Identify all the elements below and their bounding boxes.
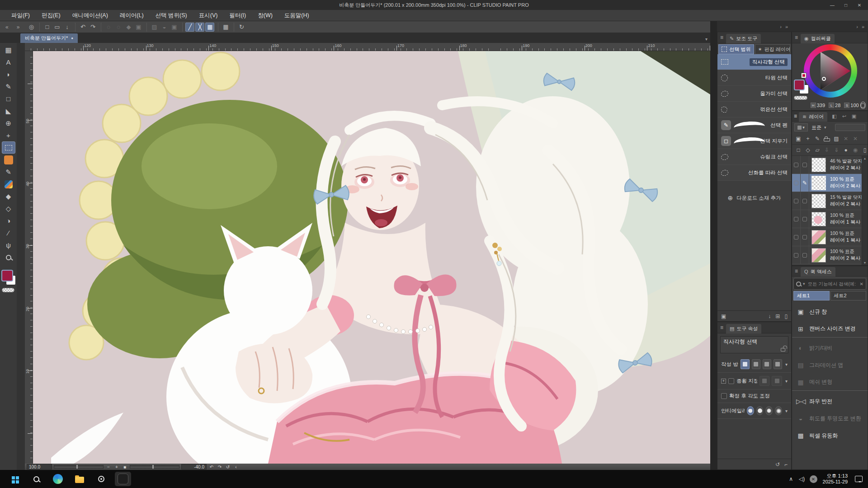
- aspect-pixel-button[interactable]: [772, 376, 782, 386]
- eyedropper-tool[interactable]: ∕: [2, 227, 15, 239]
- aspect-dropdown-icon[interactable]: ▾: [785, 379, 788, 384]
- panel-menu-icon[interactable]: ≡: [794, 113, 797, 119]
- foreground-color-chip[interactable]: [1, 270, 13, 282]
- subtool-selection-pen[interactable]: ✎ 선택 펜: [717, 117, 791, 133]
- sv-triangle[interactable]: [804, 44, 857, 98]
- menu-item[interactable]: 애니메이션(A): [66, 10, 114, 21]
- duplicate-subtool-button[interactable]: ⊞: [775, 313, 780, 319]
- start-button[interactable]: [6, 472, 23, 486]
- figure-tool[interactable]: □: [2, 93, 15, 105]
- method-overlap-selection-button[interactable]: [774, 359, 782, 369]
- subtool-panel-tab[interactable]: ✎ 보조 도구: [726, 34, 761, 43]
- collapse-status-icon[interactable]: ‹: [233, 465, 239, 469]
- quick-access-set-1[interactable]: 세트1: [793, 291, 830, 300]
- zoom-tool[interactable]: [2, 251, 15, 263]
- open-file-button[interactable]: ▭: [52, 23, 61, 32]
- snap-to-grid-toggle[interactable]: ▦: [205, 23, 214, 32]
- subtool-ellipse-select[interactable]: 타원 선택: [717, 70, 791, 86]
- method-new-selection-button[interactable]: [741, 359, 749, 369]
- transfer-to-layer-below-button[interactable]: ⇩: [824, 147, 830, 153]
- color-wheel-tab[interactable]: ◉ 컬러써클: [801, 34, 835, 43]
- reselect-button[interactable]: ◌: [114, 23, 123, 32]
- opacity-field[interactable]: [835, 124, 865, 131]
- correct-line-tool[interactable]: ✎: [2, 80, 15, 93]
- menu-item[interactable]: 선택 범위(S): [150, 10, 193, 21]
- quick-access-tab[interactable]: Q 퀵 액세스: [801, 267, 835, 277]
- expand-panel-icon[interactable]: ›: [780, 24, 782, 29]
- ruler-visibility-button[interactable]: ✕: [852, 136, 859, 142]
- pen-tool[interactable]: ✎: [2, 166, 15, 178]
- qa-new-window[interactable]: ▣ 신규 창: [792, 303, 868, 320]
- subtool-shrink-select[interactable]: 슈링크 선택: [717, 149, 791, 165]
- layers-tab[interactable]: ≋ 레이어: [799, 112, 827, 122]
- subtool-follow-line-select[interactable]: 선화를 따라 선택: [717, 165, 791, 181]
- snap-to-ruler-toggle[interactable]: ╱: [185, 23, 194, 32]
- expand-all-panels-icon[interactable]: »: [785, 24, 788, 29]
- collapse-left-icon[interactable]: «: [2, 24, 12, 30]
- rotate-ccw-icon[interactable]: ↶: [208, 465, 215, 469]
- antialias-medium-button[interactable]: [765, 406, 773, 415]
- menu-item[interactable]: 표시(V): [193, 10, 224, 21]
- deselect-button[interactable]: ◌: [104, 23, 113, 32]
- rotation-value[interactable]: -40.0: [181, 464, 207, 469]
- tab-two-pane[interactable]: ▣: [849, 113, 859, 119]
- tool-property-settings-button[interactable]: ⌐: [784, 461, 788, 468]
- layer-row[interactable]: 46 % 발광 닷지 레이어 2 복사 2: [792, 156, 868, 174]
- draft-layer-button[interactable]: ✎: [814, 136, 821, 142]
- zoom-slider[interactable]: [54, 465, 104, 469]
- qa-brightness-contrast[interactable]: ◐ 밝기/대비: [792, 339, 868, 357]
- delete-layer-button[interactable]: ▯: [862, 147, 868, 153]
- clear-selection-button[interactable]: ▨: [150, 23, 159, 32]
- delete-subtool-button[interactable]: ▯: [784, 313, 788, 319]
- menu-item[interactable]: 파일(F): [5, 10, 36, 21]
- subtool-group-tab-selection[interactable]: 선택 범위: [718, 44, 754, 54]
- search-dropdown-icon[interactable]: ▾: [803, 282, 805, 286]
- redo-button[interactable]: ↷: [88, 23, 97, 32]
- lock-transparent-pixels-button[interactable]: ▨: [833, 136, 840, 142]
- enable-mask-button[interactable]: ✕: [843, 136, 849, 142]
- subtool-view-toggle[interactable]: ▣: [721, 313, 726, 319]
- grid-toggle[interactable]: ▦: [221, 23, 230, 32]
- layer-row-selected[interactable]: 100 % 표준 레이어 2 복사: [792, 174, 868, 192]
- eraser-tool[interactable]: ◇: [2, 202, 15, 215]
- frame-border-tool[interactable]: ◣: [2, 105, 15, 117]
- tab-layer-property[interactable]: ◧: [829, 113, 839, 119]
- panel-menu-icon[interactable]: ≡: [795, 268, 798, 274]
- text-tool[interactable]: A: [2, 56, 15, 68]
- foreground-color-chip[interactable]: [794, 80, 805, 90]
- brush-tool[interactable]: [2, 178, 15, 190]
- unlock-icon[interactable]: [781, 348, 785, 352]
- menu-item[interactable]: 도움말(H): [278, 10, 315, 21]
- tray-status-button[interactable]: ✕: [810, 475, 817, 483]
- panel-divider[interactable]: [710, 21, 717, 470]
- clear-search-icon[interactable]: ✕: [860, 282, 863, 286]
- tool-property-tab[interactable]: ▤ 도구 속성: [726, 324, 761, 333]
- method-subtract-selection-button[interactable]: [763, 359, 771, 369]
- antialias-none-button[interactable]: [747, 406, 754, 415]
- merge-with-layer-below-button[interactable]: ⇓: [833, 147, 840, 153]
- panel-menu-icon[interactable]: ≡: [720, 324, 723, 331]
- move-tool[interactable]: +: [2, 129, 15, 141]
- transparent-color-chip[interactable]: [2, 288, 14, 292]
- subtool-erase-selection[interactable]: ◻ 선택 지우기: [717, 133, 791, 149]
- menu-item[interactable]: 레이어(L): [114, 10, 150, 21]
- blend-tool[interactable]: ◑: [2, 215, 15, 227]
- taskbar-clock[interactable]: 오후 1:13 2025-11-29: [823, 473, 848, 485]
- new-layer-folder-button[interactable]: ▱: [814, 147, 821, 153]
- reset-rotation-icon[interactable]: ↺: [225, 465, 231, 469]
- snap-to-special-ruler-toggle[interactable]: ╳: [195, 23, 204, 32]
- antialias-dropdown-icon[interactable]: ▾: [785, 408, 788, 413]
- blend-mode-select[interactable]: 표준▾: [810, 123, 833, 131]
- layer-row[interactable]: 15 % 발광 닷지 레이어 2 복사 3: [792, 192, 868, 210]
- qa-flip-horizontal[interactable]: ▷◁ 좌우 반전: [792, 393, 868, 410]
- layer-color-combo[interactable]: ▾: [794, 123, 808, 131]
- clip-to-layer-below-button[interactable]: ▣: [795, 136, 802, 142]
- layer-row[interactable]: 100 % 표준 레이어 1 복사 2: [792, 228, 868, 246]
- new-canvas-button[interactable]: □: [42, 23, 52, 32]
- close-button[interactable]: ✕: [854, 1, 865, 9]
- menu-item[interactable]: 창(W): [252, 10, 278, 21]
- menu-item[interactable]: 필터(I): [223, 10, 252, 21]
- rotate-cw-icon[interactable]: ↷: [217, 465, 223, 469]
- sv-cursor[interactable]: [822, 77, 826, 81]
- maximize-button[interactable]: □: [840, 1, 852, 9]
